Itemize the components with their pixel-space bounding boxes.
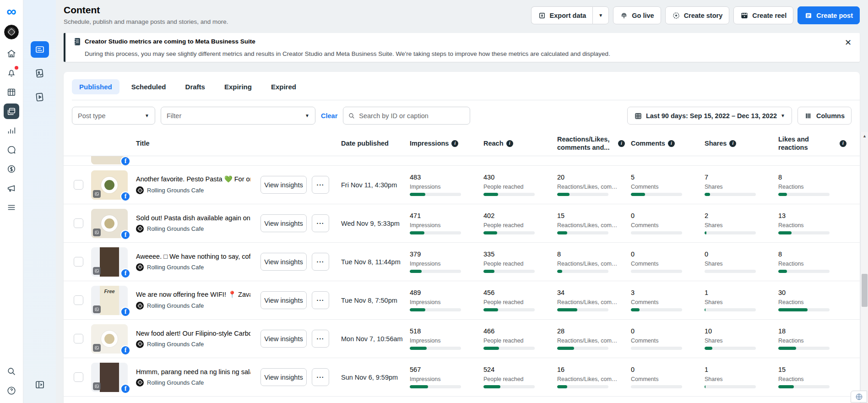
info-icon[interactable]: i bbox=[506, 140, 513, 147]
insights-icon[interactable] bbox=[4, 123, 19, 138]
info-icon[interactable]: i bbox=[618, 140, 625, 147]
post-title[interactable]: Another favorite. Pesto Pasta 💚 For only… bbox=[136, 175, 250, 183]
more-options-button[interactable]: ··· bbox=[312, 214, 329, 232]
metric-bar-fill bbox=[705, 385, 705, 388]
view-insights-button[interactable]: View insights bbox=[260, 214, 307, 232]
tab-published[interactable]: Published bbox=[72, 79, 119, 94]
metric-bar-fill bbox=[631, 193, 645, 196]
post-title[interactable]: Aweeee. □ We have nothing to say, coffee… bbox=[136, 253, 250, 260]
more-options-button[interactable]: ··· bbox=[312, 253, 329, 271]
post-title[interactable]: New food alert! Our Filipino-style Carbo… bbox=[136, 330, 250, 337]
view-insights-button[interactable]: View insights bbox=[260, 253, 307, 271]
search-input[interactable] bbox=[359, 112, 465, 120]
globe-icon[interactable] bbox=[851, 391, 867, 403]
row-checkbox[interactable] bbox=[74, 218, 83, 228]
close-icon[interactable]: ✕ bbox=[845, 38, 852, 47]
row-checkbox[interactable] bbox=[74, 295, 83, 305]
post-thumbnail[interactable]: f bbox=[91, 324, 128, 354]
monetization-icon[interactable] bbox=[4, 161, 19, 177]
tab-expiring[interactable]: Expiring bbox=[217, 79, 259, 94]
metric-label: Comments bbox=[631, 376, 693, 382]
tab-drafts[interactable]: Drafts bbox=[178, 79, 212, 94]
export-options-caret[interactable]: ▼ bbox=[592, 6, 609, 24]
view-insights-button[interactable]: View insights bbox=[260, 291, 307, 309]
help-icon[interactable] bbox=[4, 383, 19, 398]
inbox-icon[interactable] bbox=[4, 142, 19, 158]
export-data-button[interactable]: Export data bbox=[531, 6, 593, 24]
post-thumbnail[interactable]: f bbox=[91, 247, 128, 277]
view-insights-button[interactable]: View insights bbox=[260, 368, 307, 386]
post-thumbnail[interactable]: f bbox=[91, 209, 128, 238]
all-tools-icon[interactable] bbox=[4, 200, 19, 215]
col-reactions-mix[interactable]: Reactions/Likes, comments and...i bbox=[557, 135, 630, 152]
view-insights-button[interactable]: View insights bbox=[260, 176, 307, 194]
metric-value: 466 bbox=[483, 327, 545, 335]
clear-filters-link[interactable]: Clear bbox=[321, 112, 337, 120]
columns-button[interactable]: Columns bbox=[797, 107, 852, 125]
info-icon[interactable]: i bbox=[840, 140, 846, 147]
metric-value: 3 bbox=[631, 289, 693, 296]
tab-scheduled[interactable]: Scheduled bbox=[124, 79, 174, 94]
row-checkbox[interactable] bbox=[74, 257, 83, 267]
metric-value: 0 bbox=[631, 366, 693, 373]
info-icon[interactable]: i bbox=[451, 140, 458, 147]
more-options-button[interactable]: ··· bbox=[312, 330, 329, 348]
col-comments[interactable]: Commentsi bbox=[631, 139, 705, 147]
post-title[interactable]: We are now offering free WIFI! 📍 Zavalla… bbox=[136, 291, 250, 299]
search-icon[interactable] bbox=[4, 364, 19, 379]
metric-cell: 8 Reactions/Likes, comments ... bbox=[557, 251, 631, 273]
banner-title: Creator Studio metrics are coming to Met… bbox=[85, 38, 255, 45]
tab-expired[interactable]: Expired bbox=[264, 79, 304, 94]
post-title[interactable]: Sold out! Pasta dish available again on … bbox=[136, 214, 250, 222]
create-post-button[interactable]: Create post bbox=[797, 6, 860, 24]
photo-badge-icon bbox=[93, 229, 101, 236]
row-checkbox[interactable] bbox=[74, 372, 83, 382]
col-reach[interactable]: Reachi bbox=[483, 139, 557, 147]
post-thumbnail[interactable]: f bbox=[91, 363, 128, 392]
scrollbar-thumb[interactable] bbox=[862, 274, 868, 307]
post-thumbnail[interactable]: f bbox=[91, 170, 128, 200]
more-options-button[interactable]: ··· bbox=[312, 368, 329, 386]
post-thumbnail[interactable]: Free f bbox=[91, 286, 128, 315]
content-icon[interactable] bbox=[4, 103, 19, 119]
row-checkbox[interactable] bbox=[74, 334, 83, 343]
info-icon[interactable]: i bbox=[668, 140, 675, 147]
go-live-button[interactable]: Go live bbox=[613, 6, 661, 24]
col-shares[interactable]: Sharesi bbox=[705, 139, 778, 147]
more-options-button[interactable]: ··· bbox=[312, 176, 329, 194]
col-date-published[interactable]: Date published bbox=[334, 139, 410, 147]
create-reel-button[interactable]: Create reel bbox=[733, 6, 793, 24]
info-icon[interactable]: i bbox=[729, 140, 736, 147]
reels-tab-icon[interactable] bbox=[31, 89, 49, 105]
scroll-up-arrow-icon[interactable]: ▲ bbox=[861, 132, 868, 140]
row-checkbox[interactable] bbox=[74, 180, 83, 190]
business-avatar[interactable] bbox=[4, 25, 19, 39]
metric-cell: 483 Impressions bbox=[410, 174, 483, 196]
meta-logo-icon[interactable]: ∞ bbox=[6, 5, 16, 18]
vertical-scrollbar[interactable]: ▲ ▼ bbox=[860, 132, 868, 403]
col-likes-reactions[interactable]: Likes and reactionsi bbox=[778, 135, 852, 152]
create-story-button[interactable]: Create story bbox=[665, 6, 730, 24]
col-title[interactable]: Title bbox=[136, 139, 260, 147]
filter-select[interactable]: Filter▼ bbox=[161, 107, 315, 125]
notifications-icon[interactable] bbox=[4, 65, 19, 81]
metric-label: Reactions bbox=[778, 376, 840, 382]
metric-cell: 489 Impressions bbox=[410, 289, 483, 311]
home-icon[interactable] bbox=[4, 46, 19, 61]
metric-cell: 20 Reactions/Likes, comments ... bbox=[557, 174, 631, 196]
metric-bar-fill bbox=[557, 193, 570, 196]
planner-icon[interactable] bbox=[4, 84, 19, 100]
post-type-select[interactable]: Post type▼ bbox=[72, 107, 155, 125]
posts-tab-icon[interactable] bbox=[31, 41, 49, 58]
more-options-button[interactable]: ··· bbox=[312, 291, 329, 309]
col-impressions[interactable]: Impressionsi bbox=[410, 139, 483, 147]
metric-bar bbox=[631, 193, 682, 196]
metric-bar bbox=[705, 193, 756, 196]
stories-tab-icon[interactable] bbox=[31, 65, 49, 82]
metric-value: 524 bbox=[483, 366, 545, 373]
date-range-button[interactable]: Last 90 days: Sep 15, 2022 – Dec 13, 202… bbox=[627, 107, 792, 125]
ads-icon[interactable] bbox=[4, 180, 19, 196]
collapse-panel-icon[interactable] bbox=[31, 376, 49, 393]
post-title[interactable]: Hmmm, parang need na ng linis ng salamin… bbox=[136, 368, 250, 376]
view-insights-button[interactable]: View insights bbox=[260, 330, 307, 348]
